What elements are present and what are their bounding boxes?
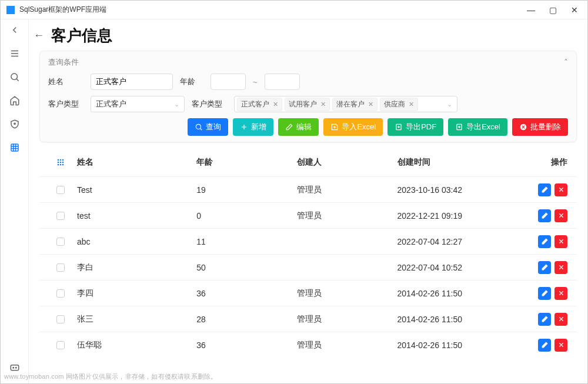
cell-creator: 管理员 <box>297 211 393 221</box>
type-select-value: 正式客户 <box>96 99 126 109</box>
tag-item: 潜在客户✕ <box>332 98 377 111</box>
cell-name: 李白 <box>77 262 192 273</box>
data-icon[interactable] <box>9 142 21 153</box>
edit-button[interactable]: 编辑 <box>278 118 319 136</box>
tag-remove-icon[interactable]: ✕ <box>320 101 326 108</box>
svg-point-11 <box>60 159 62 161</box>
svg-point-12 <box>62 159 64 161</box>
row-delete-button[interactable] <box>554 313 567 326</box>
filter-panel-label: 查询条件 <box>48 57 79 68</box>
page-back-button[interactable]: ← <box>32 29 45 42</box>
row-checkbox[interactable] <box>56 238 65 246</box>
row-delete-button[interactable] <box>554 235 567 248</box>
svg-point-4 <box>13 368 14 369</box>
row-edit-button[interactable] <box>538 261 551 274</box>
search-icon[interactable] <box>9 71 21 83</box>
row-checkbox[interactable] <box>56 341 65 349</box>
watermark: www.toymoban.com 网络图片仅供展示，非存储，如有侵权请联系删除。 <box>4 372 217 381</box>
svg-point-13 <box>58 162 59 163</box>
cell-time: 2014-02-26 11:50 <box>397 315 522 324</box>
type-select[interactable]: 正式客户 ⌄ <box>91 96 185 112</box>
svg-rect-2 <box>11 144 18 151</box>
app-icon <box>6 6 15 14</box>
cell-name: test <box>77 211 192 221</box>
tag-item: 供应商✕ <box>380 98 418 111</box>
tag-item: 试用客户✕ <box>285 98 330 111</box>
nav-rail <box>1 19 29 383</box>
table-row: test0管理员2022-12-21 09:19 <box>39 202 577 228</box>
home-icon[interactable] <box>9 95 21 106</box>
cell-time: 2022-07-04 12:27 <box>397 237 522 246</box>
query-button[interactable]: 查询 <box>188 118 228 136</box>
bulk-delete-button[interactable]: 批量删除 <box>512 118 568 136</box>
col-age: 年龄 <box>196 157 292 168</box>
cell-time: 2014-02-26 11:50 <box>397 289 522 298</box>
age-max-input[interactable] <box>265 74 300 90</box>
close-window-button[interactable]: ✕ <box>571 5 578 15</box>
page-title: 客户信息 <box>51 25 112 46</box>
chevron-up-icon[interactable]: ˄ <box>564 58 568 67</box>
type-label: 客户类型 <box>48 99 83 109</box>
svg-point-6 <box>196 124 201 129</box>
row-checkbox[interactable] <box>56 186 65 194</box>
name-input[interactable] <box>91 74 173 90</box>
cell-name: 张三 <box>77 314 192 325</box>
titlebar: SqlSugar框架的WPF应用端 — ▢ ✕ <box>1 1 587 19</box>
row-edit-button[interactable] <box>538 209 551 222</box>
type-multiselect[interactable]: 正式客户✕ 试用客户✕ 潜在客户✕ 供应商✕ ⌄ <box>234 96 457 112</box>
svg-point-10 <box>58 159 59 161</box>
table-row: 李白502022-07-04 10:52 <box>39 254 577 280</box>
chevron-down-icon: ⌄ <box>174 101 179 108</box>
shield-icon[interactable] <box>9 118 21 130</box>
row-edit-button[interactable] <box>538 313 551 326</box>
cell-name: 伍华聪 <box>77 340 192 350</box>
row-delete-button[interactable] <box>554 339 567 352</box>
cell-creator: 管理员 <box>297 314 393 325</box>
tag-remove-icon[interactable]: ✕ <box>273 101 278 108</box>
svg-point-14 <box>60 162 62 163</box>
table-row: 李四36管理员2014-02-26 11:50 <box>39 280 577 306</box>
cell-age: 50 <box>196 263 292 272</box>
maximize-button[interactable]: ▢ <box>549 5 557 15</box>
table-row: Test19管理员2023-10-16 03:42 <box>39 176 577 202</box>
row-delete-button[interactable] <box>554 209 567 222</box>
row-edit-button[interactable] <box>538 183 551 196</box>
cell-time: 2014-02-26 11:50 <box>397 340 522 350</box>
cell-name: abc <box>77 237 192 246</box>
row-checkbox[interactable] <box>56 212 65 220</box>
import-excel-button[interactable]: 导入Excel <box>323 118 383 136</box>
grid-settings-icon[interactable] <box>49 158 72 167</box>
range-separator: ~ <box>253 78 258 86</box>
table-row: abc112022-07-04 12:27 <box>39 228 577 254</box>
cell-age: 0 <box>196 211 292 221</box>
tag-remove-icon[interactable]: ✕ <box>409 101 414 108</box>
export-pdf-button[interactable]: 导出PDF <box>387 118 443 136</box>
row-edit-button[interactable] <box>538 235 551 248</box>
back-icon[interactable] <box>9 24 21 36</box>
col-time: 创建时间 <box>397 157 522 168</box>
cell-creator: 管理员 <box>297 288 393 299</box>
svg-point-5 <box>15 368 16 369</box>
minimize-button[interactable]: — <box>527 5 535 15</box>
row-delete-button[interactable] <box>554 261 567 274</box>
add-button[interactable]: 新增 <box>233 118 273 136</box>
data-table: 姓名 年龄 创建人 创建时间 操作 Test19管理员2023-10-16 03… <box>39 148 577 383</box>
cell-name: Test <box>77 185 192 195</box>
row-edit-button[interactable] <box>538 339 551 352</box>
menu-icon[interactable] <box>9 48 21 59</box>
row-delete-button[interactable] <box>554 183 567 196</box>
row-edit-button[interactable] <box>538 287 551 300</box>
cell-age: 36 <box>196 289 292 298</box>
tag-remove-icon[interactable]: ✕ <box>368 101 373 108</box>
app-window: SqlSugar框架的WPF应用端 — ▢ ✕ ← 客户信息 查询条件 <box>0 0 588 384</box>
svg-point-1 <box>14 123 15 124</box>
row-checkbox[interactable] <box>56 263 65 272</box>
export-excel-button[interactable]: 导出Excel <box>448 118 507 136</box>
row-delete-button[interactable] <box>554 287 567 300</box>
cell-age: 11 <box>196 237 292 246</box>
row-checkbox[interactable] <box>56 289 65 298</box>
tag-item: 正式客户✕ <box>237 98 282 111</box>
row-checkbox[interactable] <box>56 315 65 323</box>
age-min-input[interactable] <box>211 74 246 90</box>
cell-age: 28 <box>196 315 292 324</box>
